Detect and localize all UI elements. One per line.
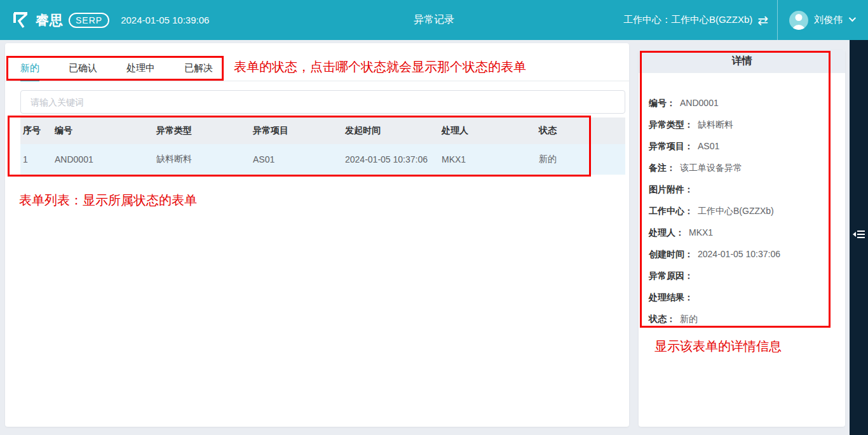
detail-panel: 详情 编号：AND0001 异常类型：缺料断料 异常项目：AS01 备注：该工单… [639,50,845,427]
field-handler: 处理人：MKX1 [649,226,835,239]
work-center-switcher[interactable]: 工作中心： 工作中心B(GZZXb) ⇄ [623,14,777,27]
field-status: 状态：新的 [649,312,835,325]
field-number: 编号：AND0001 [649,97,835,109]
tab-confirmed[interactable]: 已确认 [69,56,97,81]
col-project: 异常项目 [253,125,345,137]
field-image-attachment: 图片附件： [649,183,835,196]
cell-start-time: 2024-01-05 10:37:06 [345,154,442,164]
field-result: 处理结果： [649,291,835,304]
table-row[interactable]: 1 AND0001 缺料断料 AS01 2024-01-05 10:37:06 … [20,144,625,175]
detail-fields: 编号：AND0001 异常类型：缺料断料 异常项目：AS01 备注：该工单设备异… [639,73,845,325]
record-list-panel: 新的 已确认 处理中 已解决 序号 编号 异常类型 异常项目 发起时间 处理人 … [5,43,629,427]
col-number: 编号 [55,125,156,137]
col-status: 状态 [539,125,625,137]
cell-handler: MKX1 [442,154,539,164]
tab-processing[interactable]: 处理中 [126,56,155,81]
status-tabs: 新的 已确认 处理中 已解决 [5,56,629,81]
field-work-center: 工作中心：工作中心B(GZZXb) [649,204,835,217]
col-seq: 序号 [23,125,55,137]
brand-name: 睿思 [36,11,64,29]
brand-area: 睿思 SERP 2024-01-05 10:39:06 [0,10,209,30]
table-header: 序号 编号 异常类型 异常项目 发起时间 处理人 状态 [20,117,625,144]
cell-type: 缺料断料 [156,154,253,165]
detail-panel-title: 详情 [639,50,845,73]
user-name: 刘俊伟 [814,14,843,26]
brand-badge: SERP [69,13,109,28]
swap-icon[interactable]: ⇄ [757,14,768,27]
field-remark: 备注：该工单设备异常 [649,161,835,174]
header-datetime: 2024-01-05 10:39:06 [121,15,209,25]
panel-collapse-icon[interactable] [853,229,865,240]
col-start-time: 发起时间 [345,125,442,137]
user-menu[interactable]: 刘俊伟 [778,11,868,30]
work-center-label: 工作中心： [623,14,671,26]
keyword-search-input[interactable] [20,90,625,114]
field-project: 异常项目：AS01 [649,140,835,152]
col-type: 异常类型 [156,125,253,137]
right-side-strip [850,40,868,435]
work-center-value: 工作中心B(GZZXb) [671,14,752,26]
brand-logo-icon [10,10,31,30]
cell-project: AS01 [253,154,345,164]
cell-status: 新的 [539,154,625,165]
field-type: 异常类型：缺料断料 [649,118,835,131]
tab-new[interactable]: 新的 [20,56,39,81]
field-cause: 异常原因： [649,269,835,282]
user-avatar-icon [789,11,808,30]
cell-seq: 1 [23,154,55,164]
chevron-down-icon [849,14,856,21]
field-created-time: 创建时间：2024-01-05 10:37:06 [649,248,835,260]
col-handler: 处理人 [442,125,539,137]
tab-resolved[interactable]: 已解决 [184,56,213,81]
top-header: 睿思 SERP 2024-01-05 10:39:06 异常记录 工作中心： 工… [0,0,868,40]
cell-number: AND0001 [55,154,156,164]
